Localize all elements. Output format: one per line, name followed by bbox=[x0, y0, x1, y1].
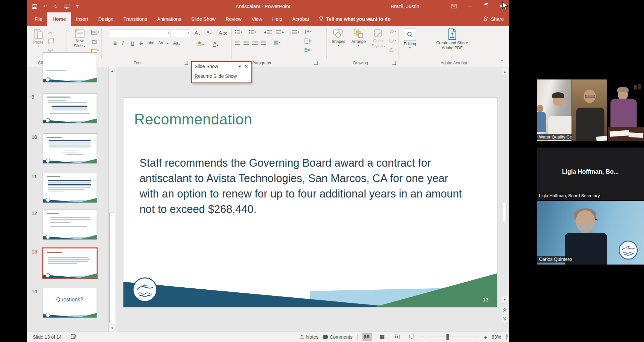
editor-scrollbar-thumb[interactable] bbox=[502, 203, 507, 222]
copy-icon[interactable]: ▾ bbox=[48, 39, 54, 44]
scroll-down-icon[interactable]: ▼ bbox=[501, 296, 508, 304]
scroll-up-icon[interactable]: ▲ bbox=[109, 67, 116, 74]
restore-button[interactable] bbox=[478, 0, 493, 12]
bullets-icon[interactable]: ▾ bbox=[235, 30, 242, 34]
slide-body-text[interactable]: Staff recommends the Governing Board awa… bbox=[140, 155, 464, 217]
tab-insert[interactable]: Insert bbox=[71, 12, 93, 26]
tab-slide-show[interactable]: Slide Show bbox=[186, 12, 221, 26]
zoom-level[interactable]: 83% bbox=[492, 334, 501, 340]
font-name-combo[interactable]: ▾ bbox=[110, 29, 170, 37]
shape-effects-icon[interactable]: ▾ bbox=[389, 48, 396, 52]
customize-qat-icon[interactable]: —▾ bbox=[74, 3, 80, 9]
drawing-dialog-launcher[interactable] bbox=[392, 61, 396, 65]
bold-button[interactable]: B bbox=[113, 41, 117, 46]
minimize-button[interactable] bbox=[462, 0, 478, 12]
tab-design[interactable]: Design bbox=[93, 12, 118, 26]
increase-indent-icon[interactable]: ▶ bbox=[276, 30, 284, 34]
strikethrough-button[interactable]: S bbox=[140, 41, 143, 46]
decrease-indent-icon[interactable]: ◀ bbox=[264, 30, 272, 34]
reset-slide-icon[interactable] bbox=[91, 39, 97, 44]
reading-view-button[interactable] bbox=[392, 333, 402, 341]
thumbnail-slide-13-selected[interactable] bbox=[42, 247, 98, 279]
create-adobe-pdf-button[interactable]: Create and Share Adobe PDF bbox=[425, 28, 479, 51]
justify-icon[interactable] bbox=[261, 41, 266, 45]
convert-smartart-icon[interactable]: ▾ bbox=[305, 48, 312, 52]
share-button[interactable]: Share bbox=[483, 12, 504, 26]
text-direction-icon[interactable]: ∥A▾ bbox=[305, 29, 311, 34]
thumbnail-slide-8-partial[interactable] bbox=[43, 52, 97, 82]
align-text-icon[interactable]: ↕▾ bbox=[305, 39, 312, 44]
zoom-slider[interactable] bbox=[429, 337, 479, 337]
shrink-font-button[interactable]: A▼ bbox=[207, 30, 212, 35]
popup-dropdown-icon[interactable]: ▼ bbox=[238, 64, 241, 68]
underline-button[interactable]: U bbox=[131, 41, 134, 46]
notes-button[interactable]: Notes bbox=[300, 334, 319, 340]
tab-animations[interactable]: Animations bbox=[152, 12, 186, 26]
thumbnail-slide-14[interactable]: Questions? bbox=[43, 288, 97, 318]
align-right-icon[interactable] bbox=[252, 41, 258, 45]
cut-icon[interactable]: ✂ bbox=[48, 30, 53, 36]
scroll-up-icon[interactable]: ▲ bbox=[501, 68, 508, 76]
normal-view-button[interactable] bbox=[362, 333, 372, 341]
comments-button[interactable]: Comments bbox=[323, 334, 353, 340]
tab-review[interactable]: Review bbox=[221, 12, 247, 26]
paste-button[interactable]: Paste▾ bbox=[30, 28, 46, 48]
ribbon-display-options-icon[interactable] bbox=[446, 0, 462, 12]
thumbnail-slide-11[interactable] bbox=[43, 173, 97, 203]
undo-icon[interactable]: ↶ bbox=[42, 3, 48, 9]
slide-show-view-button[interactable] bbox=[407, 333, 417, 341]
account-user[interactable]: Brazil, Justin bbox=[391, 0, 419, 12]
slide-layout-icon[interactable]: ▾ bbox=[91, 30, 99, 35]
zoom-in-button[interactable]: + bbox=[484, 334, 487, 340]
save-icon[interactable] bbox=[32, 3, 37, 9]
thumbnail-scrollbar[interactable]: ▲ ▼ bbox=[108, 67, 116, 332]
grow-font-button[interactable]: A▲ bbox=[195, 30, 201, 36]
paragraph-dialog-launcher[interactable] bbox=[314, 61, 318, 65]
slide-sorter-view-button[interactable] bbox=[377, 333, 387, 341]
align-left-icon[interactable] bbox=[235, 41, 240, 45]
tab-view[interactable]: View bbox=[247, 12, 267, 26]
editing-button[interactable]: Editing▾ bbox=[401, 28, 419, 49]
editor-scrollbar[interactable]: ▲ ▼ bbox=[501, 67, 508, 332]
start-slideshow-icon[interactable] bbox=[64, 3, 69, 9]
arrange-button[interactable]: Arrange▾ bbox=[349, 28, 368, 47]
thumbnail-slide-9[interactable] bbox=[43, 93, 97, 123]
resume-slide-show-button[interactable]: Resume Slide Show bbox=[195, 73, 237, 79]
redo-icon[interactable]: ↻ bbox=[53, 3, 59, 9]
thumbnail-slide-12[interactable] bbox=[43, 210, 97, 240]
tab-home[interactable]: Home bbox=[47, 12, 71, 26]
fit-to-window-icon[interactable] bbox=[506, 334, 506, 340]
slide-canvas[interactable]: Recommendation Staff recommends the Gove… bbox=[123, 98, 497, 307]
next-slide-icon[interactable] bbox=[501, 314, 508, 323]
tab-acrobat[interactable]: Acrobat bbox=[287, 12, 314, 26]
italic-button[interactable]: I bbox=[122, 41, 124, 46]
tab-file[interactable]: File bbox=[30, 12, 47, 26]
shape-fill-icon[interactable]: ▾ bbox=[389, 29, 396, 34]
thumbnail-scrollbar-thumb[interactable] bbox=[109, 213, 115, 323]
font-dialog-launcher[interactable] bbox=[184, 61, 188, 65]
popup-close-icon[interactable]: ✕ bbox=[244, 64, 248, 69]
quick-styles-button[interactable]: Quick Styles ▾ bbox=[370, 28, 387, 49]
thumbnail-slide-10[interactable] bbox=[43, 133, 97, 164]
accessibility-icon[interactable] bbox=[70, 334, 76, 340]
zoom-slider-thumb[interactable] bbox=[446, 334, 449, 340]
scroll-down-icon[interactable]: ▼ bbox=[109, 325, 116, 332]
zoom-out-button[interactable]: − bbox=[421, 334, 424, 340]
columns-icon[interactable]: ▾ bbox=[274, 41, 280, 45]
align-center-icon[interactable] bbox=[244, 41, 249, 45]
character-spacing-button[interactable]: AV↔▾ bbox=[158, 41, 168, 45]
tell-me-box[interactable]: Tell me what you want to do bbox=[314, 12, 395, 26]
shape-outline-icon[interactable]: ▾ bbox=[389, 39, 396, 43]
slide-title[interactable]: Recommendation bbox=[134, 111, 252, 128]
line-spacing-icon[interactable]: ↕▾ bbox=[289, 30, 299, 34]
highlight-color-button[interactable]: ab⁄▾ bbox=[197, 41, 204, 46]
tab-transitions[interactable]: Transitions bbox=[118, 12, 152, 26]
collapse-ribbon-icon[interactable]: ⌃ bbox=[500, 59, 503, 64]
tab-help[interactable]: Help bbox=[267, 12, 287, 26]
clear-formatting-button[interactable]: A⌫ bbox=[219, 30, 227, 36]
previous-slide-icon[interactable] bbox=[501, 306, 508, 315]
shapes-button[interactable]: Shapes▾ bbox=[330, 28, 347, 47]
numbering-icon[interactable]: ▾ bbox=[249, 30, 256, 34]
font-color-button[interactable]: A▾ bbox=[213, 41, 218, 47]
text-shadow-button[interactable]: abc bbox=[148, 41, 154, 45]
